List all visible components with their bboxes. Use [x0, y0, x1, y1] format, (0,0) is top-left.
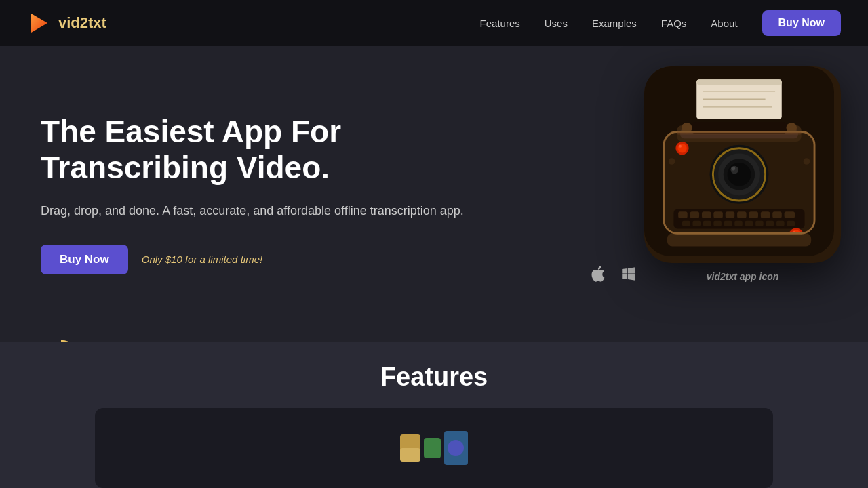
svg-rect-32: [737, 211, 747, 218]
hero-platforms: [589, 264, 637, 288]
svg-point-59: [448, 440, 464, 456]
svg-rect-33: [749, 211, 758, 218]
svg-rect-40: [713, 221, 722, 226]
apple-icon: [589, 264, 608, 288]
svg-point-19: [731, 167, 735, 171]
svg-rect-38: [692, 221, 701, 226]
svg-rect-27: [678, 211, 688, 218]
svg-point-22: [677, 144, 687, 153]
svg-rect-3: [696, 79, 782, 85]
nav-about[interactable]: About: [711, 18, 737, 29]
app-icon-caption: vid2txt app icon: [707, 271, 779, 282]
nav-features[interactable]: Features: [480, 18, 520, 29]
video-placeholder-art: [393, 428, 475, 468]
hero-app-icon: vid2txt app icon: [644, 66, 841, 282]
svg-rect-34: [761, 211, 770, 218]
svg-point-23: [679, 145, 682, 148]
svg-rect-28: [690, 211, 700, 218]
app-icon-image: [644, 66, 841, 263]
hero-buy-button[interactable]: Buy Now: [41, 245, 128, 274]
app-icon-caption-suffix: app icon: [737, 271, 778, 282]
windows-icon: [620, 265, 637, 287]
svg-point-17: [728, 163, 751, 186]
svg-rect-41: [724, 221, 732, 226]
svg-rect-43: [745, 221, 753, 226]
svg-rect-57: [424, 438, 441, 458]
svg-point-25: [804, 158, 810, 165]
nav-examples[interactable]: Examples: [592, 18, 637, 29]
svg-rect-42: [734, 221, 743, 226]
svg-rect-45: [766, 221, 774, 226]
svg-rect-39: [703, 221, 711, 226]
hero-title: The Easiest App For Transcribing Video.: [41, 114, 515, 186]
features-section: Features: [0, 342, 868, 488]
svg-rect-51: [667, 233, 811, 246]
logo-link[interactable]: vid2txt: [27, 11, 106, 35]
hero-actions: Buy Now Only $10 for a limited time!: [41, 245, 515, 274]
svg-rect-37: [682, 221, 690, 226]
hero-content: The Easiest App For Transcribing Video. …: [41, 114, 515, 274]
svg-marker-0: [31, 14, 47, 33]
svg-rect-46: [776, 221, 785, 226]
nav-uses[interactable]: Uses: [545, 18, 568, 29]
logo-text: vid2txt: [58, 14, 106, 32]
navbar: vid2txt Features Uses Examples FAQs Abou…: [0, 0, 868, 46]
logo-icon: [27, 11, 52, 35]
features-video-container[interactable]: [95, 408, 773, 488]
hero-section: The Easiest App For Transcribing Video. …: [0, 46, 868, 342]
svg-rect-56: [400, 448, 420, 462]
svg-rect-31: [726, 211, 735, 218]
features-title: Features: [380, 363, 488, 392]
nav-faqs[interactable]: FAQs: [661, 18, 687, 29]
svg-rect-47: [787, 221, 795, 226]
svg-rect-35: [772, 211, 782, 218]
svg-rect-44: [755, 221, 764, 226]
svg-rect-30: [713, 211, 723, 218]
nav-links: Features Uses Examples FAQs About Buy No…: [480, 10, 841, 36]
hero-promo-text: Only $10 for a limited time!: [142, 253, 262, 265]
svg-rect-36: [785, 211, 795, 218]
svg-point-24: [669, 158, 675, 165]
app-icon-caption-brand: vid2txt: [707, 271, 737, 282]
hero-subtitle: Drag, drop, and done. A fast, accurate, …: [41, 202, 515, 220]
svg-rect-29: [702, 211, 711, 218]
svg-rect-53: [677, 132, 801, 135]
nav-buy-button[interactable]: Buy Now: [762, 10, 841, 36]
